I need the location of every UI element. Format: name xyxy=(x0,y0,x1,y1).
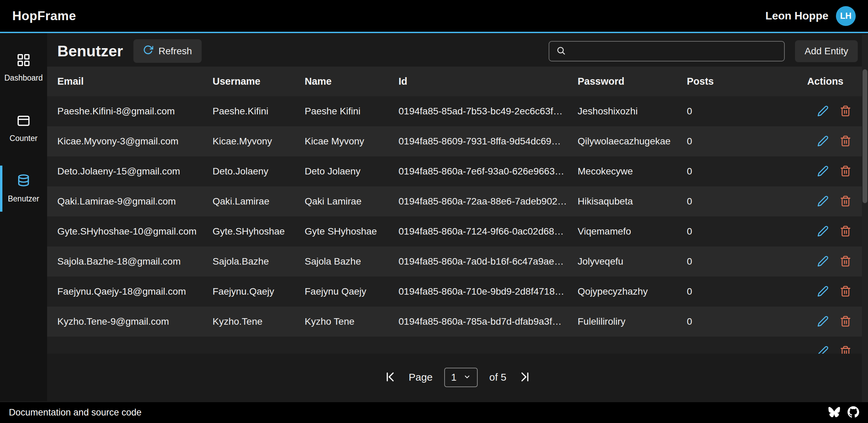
cell-name: Sajola Bazhe xyxy=(305,256,399,267)
trash-icon xyxy=(840,293,851,298)
cell-name: Deto Jolaeny xyxy=(305,166,399,177)
edit-button[interactable] xyxy=(817,165,829,178)
trash-icon xyxy=(840,143,851,148)
current-page: 1 xyxy=(451,372,457,383)
scrollbar-thumb[interactable] xyxy=(863,69,867,203)
github-icon[interactable] xyxy=(848,406,859,419)
cell-name: Paeshe Kifini xyxy=(305,106,399,117)
counter-icon xyxy=(16,113,31,130)
table-row: Faejynu.Qaejy-18@gmail.com Faejynu.Qaejy… xyxy=(47,277,868,307)
cell-posts: 0 xyxy=(687,256,796,267)
cell-posts: 0 xyxy=(687,196,796,207)
search-box xyxy=(549,41,785,61)
delete-button[interactable] xyxy=(839,165,852,178)
cell-email: Qaki.Lamirae-9@gmail.com xyxy=(57,196,213,207)
footer: Documentation and source code xyxy=(0,402,868,423)
cell-username: Sajola.Bazhe xyxy=(213,256,305,267)
documentation-link[interactable]: Documentation and source code xyxy=(9,407,142,418)
table-row: Paeshe.Kifini-8@gmail.com Paeshe.Kifini … xyxy=(47,96,868,126)
refresh-button[interactable]: Refresh xyxy=(133,39,202,63)
row-actions xyxy=(796,165,852,178)
cell-posts: 0 xyxy=(687,316,796,327)
table-row: Gyte.SHyhoshae-10@gmail.com Gyte.SHyhosh… xyxy=(47,216,868,246)
last-page-button[interactable] xyxy=(518,371,531,384)
trash-icon xyxy=(840,173,851,178)
avatar[interactable]: LH xyxy=(836,6,856,26)
cell-username: Faejynu.Qaejy xyxy=(213,286,305,297)
edit-button[interactable] xyxy=(817,346,829,353)
cell-id: 0194fa85-85ad-7b53-bc49-2ec6c63f… xyxy=(399,106,578,117)
add-entity-button[interactable]: Add Entity xyxy=(795,40,858,62)
pencil-icon xyxy=(817,263,829,268)
cell-id: 0194fa85-860a-7124-9f66-0ac02d68… xyxy=(399,226,578,237)
sidebar-item-counter[interactable]: Counter xyxy=(0,105,47,151)
cell-email: Sajola.Bazhe-18@gmail.com xyxy=(57,256,213,267)
cell-id: 0194fa85-860a-785a-bd7d-dfab9a3f… xyxy=(399,316,578,327)
main-content: Benutzer Refresh Add Entity Email Userna xyxy=(47,33,868,401)
edit-button[interactable] xyxy=(817,225,829,238)
pencil-icon xyxy=(817,173,829,178)
edit-button[interactable] xyxy=(817,255,829,268)
edit-button[interactable] xyxy=(817,315,829,328)
row-actions xyxy=(796,195,852,208)
chevron-down-icon xyxy=(463,372,471,383)
edit-button[interactable] xyxy=(817,105,829,117)
dashboard-icon xyxy=(16,53,31,69)
cell-email: Faejynu.Qaejy-18@gmail.com xyxy=(57,286,213,297)
cell-username: Qaki.Lamirae xyxy=(213,196,305,207)
table-row: Kicae.Myvony-3@gmail.com Kicae.Myvony Ki… xyxy=(47,126,868,156)
cell-posts: 0 xyxy=(687,286,796,297)
table-row: Deto.Jolaeny-15@gmail.com Deto.Jolaeny D… xyxy=(47,156,868,186)
trash-icon xyxy=(840,203,851,208)
footer-icons xyxy=(828,406,859,419)
delete-button[interactable] xyxy=(839,315,852,328)
column-header-name: Name xyxy=(305,76,399,87)
sidebar-item-label: Dashboard xyxy=(4,73,43,83)
table-row: Kyzho.Tene-9@gmail.com Kyzho.Tene Kyzho … xyxy=(47,307,868,337)
edit-button[interactable] xyxy=(817,195,829,208)
row-actions xyxy=(796,255,852,268)
page-count-label: of 5 xyxy=(489,371,506,383)
cell-username: Paeshe.Kifini xyxy=(213,106,305,117)
cell-username: Gyte.SHyhoshae xyxy=(213,226,305,237)
cell-username: Kyzho.Tene xyxy=(213,316,305,327)
edit-button[interactable] xyxy=(817,285,829,298)
cell-email: Paeshe.Kifini-8@gmail.com xyxy=(57,106,213,117)
search-input[interactable] xyxy=(571,46,777,57)
cell-id: 0194fa85-8609-7931-8ffa-9d54dc69… xyxy=(399,136,578,147)
cell-posts: 0 xyxy=(687,106,796,117)
vertical-scrollbar[interactable] xyxy=(862,34,868,402)
app-logo: HopFrame xyxy=(12,9,76,23)
toolbar: Benutzer Refresh Add Entity xyxy=(47,33,868,67)
delete-button[interactable] xyxy=(839,105,852,117)
delete-button[interactable] xyxy=(839,195,852,208)
page-select[interactable]: 1 xyxy=(444,368,478,387)
cell-username: Kicae.Myvony xyxy=(213,136,305,147)
cell-password: … xyxy=(578,346,687,353)
sidebar-item-benutzer[interactable]: Benutzer xyxy=(0,166,47,212)
sidebar-item-label: Benutzer xyxy=(8,194,39,203)
delete-button[interactable] xyxy=(839,346,852,353)
edit-button[interactable] xyxy=(817,135,829,147)
trash-icon xyxy=(840,233,851,238)
column-header-email: Email xyxy=(57,76,213,87)
sidebar-item-dashboard[interactable]: Dashboard xyxy=(0,45,47,91)
cell-email: Kicae.Myvony-3@gmail.com xyxy=(57,136,213,147)
cell-id: 0194fa85-860a-7a0d-b16f-6c47a9ae… xyxy=(399,256,578,267)
table-body: Paeshe.Kifini-8@gmail.com Paeshe.Kifini … xyxy=(47,96,868,353)
delete-button[interactable] xyxy=(839,255,852,268)
delete-button[interactable] xyxy=(839,285,852,298)
row-actions xyxy=(796,315,852,328)
delete-button[interactable] xyxy=(839,225,852,238)
trash-icon xyxy=(840,113,851,118)
trash-icon xyxy=(840,263,851,268)
first-page-button[interactable] xyxy=(384,371,397,384)
bluesky-icon[interactable] xyxy=(828,406,840,419)
delete-button[interactable] xyxy=(839,135,852,147)
column-header-actions: Actions xyxy=(796,76,852,87)
cell-password: Qilywolaecazhugekae xyxy=(578,136,687,147)
cell-password: Viqemamefo xyxy=(578,226,687,237)
cell-id: 0194fa85-860a-72aa-88e6-7adeb902… xyxy=(399,196,578,207)
cell-id: … xyxy=(399,346,578,353)
cell-username: Deto.Jolaeny xyxy=(213,166,305,177)
